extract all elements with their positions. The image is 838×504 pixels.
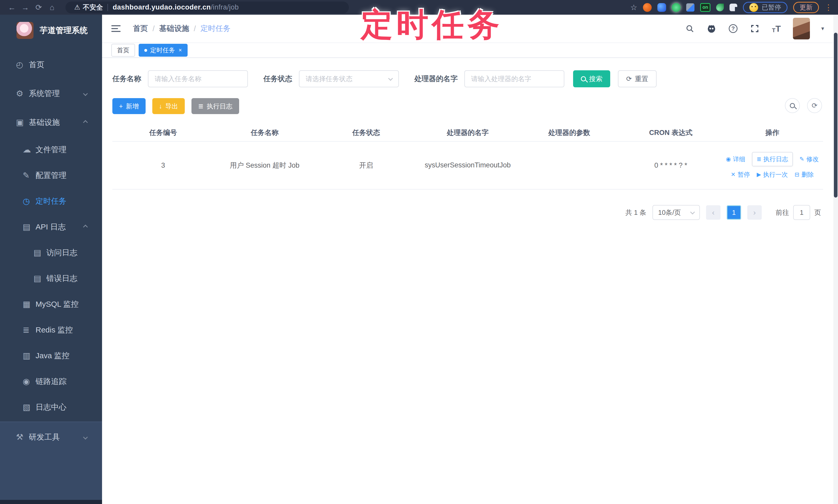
browser-home-icon[interactable]: ⌂ [45,3,59,12]
filter-form: 任务名称 任务状态 请选择任务状态 处理器的名字 搜索 ⟳ 重置 [112,70,823,87]
browser-forward-icon[interactable]: → [19,3,32,12]
window-scrollbar [833,15,838,504]
search-icon[interactable] [685,23,695,34]
breadcrumb-infra[interactable]: 基础设施 [159,23,189,34]
sidebar-item-redis[interactable]: ≣ Redis 监控 [0,317,102,343]
bookmark-star-icon[interactable]: ☆ [630,3,637,12]
help-icon[interactable]: ? [728,23,738,34]
page-1-button[interactable]: 1 [727,205,741,220]
row-execution-log-link[interactable]: ≣ 执行日志 [752,152,793,166]
page-size-select[interactable]: 10条/页 [652,205,700,220]
edit-link[interactable]: ✎ 修改 [800,155,819,163]
sidebar-item-api-log[interactable]: ▤ API 日志 [0,214,102,240]
sidebar-item-trace[interactable]: ◉ 链路追踪 [0,368,102,394]
user-avatar[interactable] [793,18,810,39]
github-icon[interactable] [706,23,717,34]
cell-job-name: 用户 Session 超时 Job [214,141,315,189]
refresh-table-button[interactable]: ⟳ [807,98,822,113]
execution-log-button[interactable]: ≣ 执行日志 [191,98,239,114]
add-button[interactable]: + 新增 [112,98,145,114]
sidebar-item-log-center[interactable]: ▧ 日志中心 [0,394,102,420]
prev-page-button[interactable]: ‹ [706,205,720,220]
handler-name-input[interactable] [464,70,564,87]
fullscreen-icon[interactable] [750,23,760,34]
layers-icon: ≣ [23,325,36,335]
sidebar-item-infra[interactable]: ▣ 基础设施 [0,108,102,137]
sidebar-item-access-log[interactable]: ▤ 访问日志 [0,240,102,266]
cell-handler-name: sysUserSessionTimeoutJob [417,141,519,189]
sidebar-item-dev-tools[interactable]: ⚒ 研发工具 [0,422,102,452]
browser-reload-icon[interactable]: ⟳ [32,3,45,12]
tag-home[interactable]: 首页 [111,44,135,57]
export-button-label: 导出 [165,102,178,110]
scrollbar-thumb[interactable] [834,33,837,198]
cell-cron: 0 * * * * ? * [620,141,721,189]
job-status-select[interactable]: 请选择任务状态 [299,70,399,87]
profile-paused-pill[interactable]: 已暂停 [743,2,787,13]
download-icon: ↓ [159,103,162,110]
delete-link[interactable]: ⊟ 删除 [795,170,814,179]
reset-button-label: 重置 [635,74,648,84]
breadcrumb-home[interactable]: 首页 [133,23,148,34]
sidebar-item-home[interactable]: ◴ 首页 [0,50,102,79]
goto-unit-label: 页 [814,208,821,217]
address-bar[interactable]: ⚠ 不安全 dashboard.yudao.iocoder.cn/infra/j… [66,2,349,13]
extension-leaf-icon[interactable] [716,4,724,11]
plus-icon: + [119,103,123,110]
sidebar-item-job[interactable]: ◷ 定时任务 [0,188,102,214]
browser-menu-icon[interactable]: ⋮ [825,3,833,12]
extension-green-icon[interactable] [672,3,681,12]
address-divider [107,4,108,11]
detail-link[interactable]: ◉ 详细 [726,155,745,163]
monitor-icon: ▥ [23,351,36,361]
gear-icon: ⚙ [16,89,29,98]
sidebar-item-mysql[interactable]: ▦ MySQL 监控 [0,291,102,317]
sidebar-item-label: 首页 [29,59,44,70]
close-icon[interactable]: × [179,47,182,54]
chevron-up-icon [83,120,88,125]
job-name-input[interactable] [148,70,248,87]
sidebar-item-label: 文件管理 [36,144,67,155]
page-annotation: 定时任务 [361,4,503,47]
chevron-down-icon [690,210,695,214]
extension-grid-icon[interactable] [686,3,695,12]
sidebar-item-label: API 日志 [36,222,66,232]
col-job-status: 任务状态 [315,124,417,141]
next-page-button[interactable]: › [747,205,762,220]
reset-button[interactable]: ⟳ 重置 [618,70,657,87]
app-logo[interactable]: 芋道管理系统 [0,15,102,41]
col-handler-params: 处理器的参数 [519,124,620,141]
extension-blue-icon[interactable] [657,3,666,12]
database-icon: ▦ [23,299,36,309]
search-button[interactable]: 搜索 [573,70,610,87]
collapse-menu-icon[interactable] [111,25,121,32]
goto-page-input[interactable] [793,205,810,220]
browser-back-icon[interactable]: ← [5,3,19,12]
font-size-icon[interactable]: TT [771,23,782,34]
run-once-link[interactable]: ▶ 执行一次 [757,170,788,179]
sidebar-item-system[interactable]: ⚙ 系统管理 [0,79,102,108]
extensions-puzzle-icon[interactable] [730,4,737,11]
sidebar-item-file[interactable]: ☁ 文件管理 [0,137,102,162]
extension-on-badge[interactable]: on [700,3,711,12]
avatar-caret-icon[interactable]: ▾ [821,25,824,32]
security-warning-icon: ⚠ [74,3,80,11]
sidebar-bottom-strip [0,500,102,504]
browser-update-button[interactable]: 更新 [793,2,819,13]
sidebar-item-java[interactable]: ▥ Java 监控 [0,343,102,368]
pause-link[interactable]: ✕ 暂停 [731,170,750,179]
sidebar-item-label: MySQL 监控 [36,299,78,309]
sidebar-item-config[interactable]: ✎ 配置管理 [0,162,102,188]
page-size-value: 10条/页 [658,208,681,217]
export-button[interactable]: ↓ 导出 [152,98,185,114]
trash-icon: ⊟ [795,171,799,178]
extension-orange-icon[interactable] [643,3,652,12]
toggle-search-button[interactable] [785,98,800,113]
cloud-upload-icon: ☁ [23,145,36,155]
sidebar-item-label: 研发工具 [29,432,60,443]
row-execution-log-label: 执行日志 [764,155,788,163]
edit-link-label: 修改 [806,155,819,163]
run-once-link-label: 执行一次 [763,170,788,179]
sidebar-item-error-log[interactable]: ▤ 错误日志 [0,266,102,291]
tag-job-active[interactable]: 定时任务 × [139,44,188,57]
